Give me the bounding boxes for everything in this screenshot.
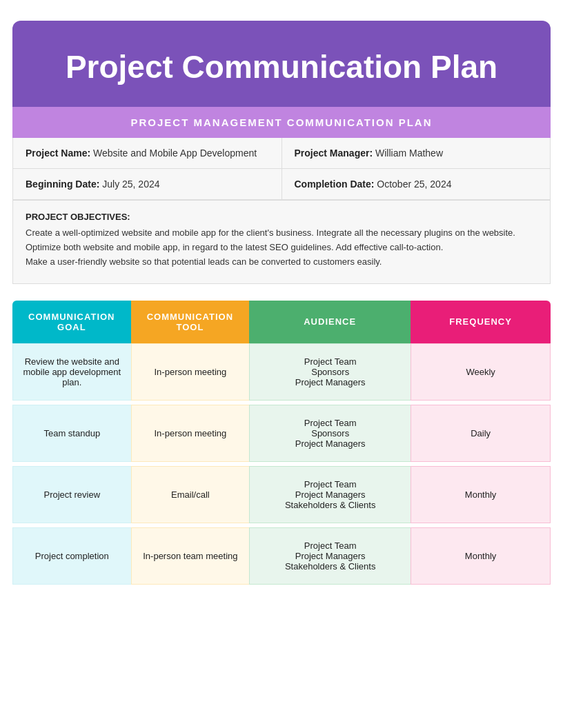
cell-tool: In-person team meeting	[131, 527, 250, 585]
header-box: Project Communication Plan	[12, 21, 551, 107]
info-row-name-manager: Project Name: Website and Mobile App Dev…	[13, 138, 550, 169]
table-row: Review the website and mobile app develo…	[12, 343, 551, 401]
cell-goal: Project review	[12, 466, 131, 523]
cell-frequency: Monthly	[411, 527, 551, 585]
objectives-title: PROJECT OBJECTIVES:	[26, 212, 537, 222]
header-subtitle: PROJECT MANAGEMENT COMMUNICATION PLAN	[130, 117, 432, 128]
header-subtitle-bar: PROJECT MANAGEMENT COMMUNICATION PLAN	[12, 107, 551, 138]
completion-date-label: Completion Date:	[295, 179, 375, 190]
cell-audience: Project TeamProject ManagersStakeholders…	[249, 466, 411, 523]
cell-tool: In-person meeting	[131, 343, 250, 401]
cell-frequency: Daily	[411, 405, 551, 462]
th-audience: AUDIENCE	[249, 301, 411, 343]
project-manager-label: Project Manager:	[295, 148, 373, 159]
cell-goal: Review the website and mobile app develo…	[12, 343, 131, 401]
project-name-value: Website and Mobile App Development	[93, 148, 257, 159]
beginning-date-cell: Beginning Date: July 25, 2024	[13, 169, 282, 199]
info-row-dates: Beginning Date: July 25, 2024 Completion…	[13, 169, 550, 200]
cell-tool: Email/call	[131, 466, 250, 523]
cell-audience: Project TeamSponsorsProject Managers	[249, 343, 411, 401]
beginning-date-value: July 25, 2024	[102, 179, 159, 190]
cell-goal: Team standup	[12, 405, 131, 462]
cell-frequency: Weekly	[411, 343, 551, 401]
page-container: Project Communication Plan PROJECT MANAG…	[12, 0, 551, 612]
cell-audience: Project TeamSponsorsProject Managers	[249, 405, 411, 462]
completion-date-value: October 25, 2024	[377, 179, 451, 190]
th-tool: COMMUNICATION TOOL	[131, 301, 250, 343]
table-row: Project completionIn-person team meeting…	[12, 527, 551, 585]
project-manager-value: William Mathew	[375, 148, 443, 159]
table-header-row: COMMUNICATION GOAL COMMUNICATION TOOL AU…	[12, 301, 551, 343]
communication-table: COMMUNICATION GOAL COMMUNICATION TOOL AU…	[12, 301, 551, 585]
completion-date-cell: Completion Date: October 25, 2024	[282, 169, 551, 199]
th-goal: COMMUNICATION GOAL	[12, 301, 131, 343]
cell-audience: Project TeamProject ManagersStakeholders…	[249, 527, 411, 585]
page-title: Project Communication Plan	[33, 48, 530, 86]
info-grid: Project Name: Website and Mobile App Dev…	[12, 138, 551, 201]
project-name-cell: Project Name: Website and Mobile App Dev…	[13, 138, 282, 168]
project-manager-cell: Project Manager: William Mathew	[282, 138, 551, 168]
table-row: Team standupIn-person meetingProject Tea…	[12, 405, 551, 462]
table-row: Project reviewEmail/callProject TeamProj…	[12, 466, 551, 523]
cell-frequency: Monthly	[411, 466, 551, 523]
objectives-text: Create a well-optimized website and mobi…	[26, 226, 537, 269]
project-name-label: Project Name:	[26, 148, 90, 159]
beginning-date-label: Beginning Date:	[26, 179, 99, 190]
objectives-box: PROJECT OBJECTIVES: Create a well-optimi…	[12, 201, 551, 283]
cell-goal: Project completion	[12, 527, 131, 585]
cell-tool: In-person meeting	[131, 405, 250, 462]
th-frequency: FREQUENCY	[411, 301, 551, 343]
